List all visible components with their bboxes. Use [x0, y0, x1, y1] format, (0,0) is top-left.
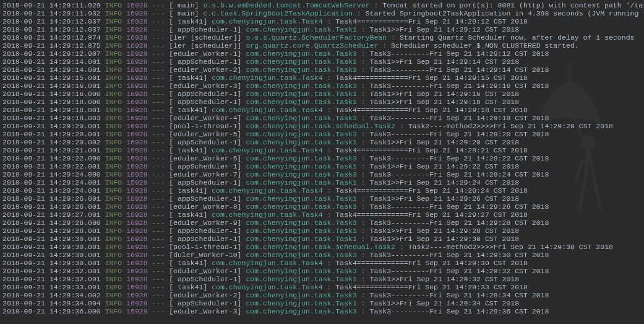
process-id: 16928: [126, 162, 148, 170]
separator: ---: [148, 259, 170, 267]
log-message: Task1>>Fri Sep 21 14:29:32 CST 2018: [370, 275, 520, 283]
logger-name: com.chenyingjun.task.Task1: [246, 58, 361, 66]
logger-name: com.chenyingjun.task.Task3: [246, 307, 361, 315]
colon-separator: :: [361, 251, 370, 259]
log-message: Task3---------Fri Sep 21 14:29:36 CST 20…: [370, 307, 549, 315]
separator: ---: [148, 17, 170, 25]
colon-separator: :: [391, 33, 400, 42]
logger-name: com.chenyingjun.task.Task4: [212, 106, 327, 114]
colon-separator: :: [327, 259, 336, 267]
timestamp: 2018-09-21 14:29:26.001: [2, 195, 101, 203]
log-level: INFO: [105, 146, 122, 154]
log-line: 2018-09-21 14:29:21.001 INFO 16928 --- […: [2, 146, 642, 154]
log-line: 2018-09-21 14:29:28.001 INFO 16928 --- […: [2, 227, 642, 235]
log-line: 2018-09-21 14:29:26.001 INFO 16928 --- […: [2, 195, 642, 203]
colon-separator: :: [361, 98, 370, 106]
timestamp: 2018-09-21 14:29:15.001: [2, 74, 101, 82]
thread-name: [ler [scheduler]]: [169, 33, 246, 42]
process-id: 16928: [126, 275, 148, 283]
process-id: 16928: [126, 211, 148, 219]
logger-name: com.chenyingjun.task.Task3: [246, 203, 361, 211]
separator: ---: [148, 42, 170, 50]
logger-name: com.chenyingjun.task.Task1: [246, 235, 361, 243]
logger-name: com.chenyingjun.task.Task3: [246, 50, 361, 58]
log-message: Task1>>Fri Sep 21 14:29:22 CST 2018: [370, 162, 520, 170]
separator: ---: [148, 299, 170, 307]
log-level: INFO: [105, 17, 122, 25]
log-message: Task3---------Fri Sep 21 14:29:24 CST 20…: [370, 170, 549, 178]
timestamp: 2018-09-21 14:29:12.874: [2, 33, 101, 42]
log-level: INFO: [105, 307, 122, 315]
timestamp: 2018-09-21 14:29:18.000: [2, 98, 101, 106]
timestamp: 2018-09-21 14:29:20.001: [2, 122, 101, 130]
thread-name: [eduler_Worker-6]: [169, 154, 246, 162]
log-message: Task3---------Fri Sep 21 14:29:26 CST 20…: [370, 203, 549, 211]
process-id: 16928: [126, 9, 148, 17]
log-level: INFO: [105, 219, 122, 227]
separator: ---: [148, 267, 170, 275]
log-message: Task1>>Fri Sep 21 14:29:16 CST 2018: [370, 90, 520, 98]
process-id: 16928: [126, 58, 148, 66]
colon-separator: :: [361, 170, 370, 178]
separator: ---: [148, 122, 170, 130]
log-level: INFO: [105, 106, 122, 114]
process-id: 16928: [126, 170, 148, 178]
separator: ---: [148, 9, 170, 17]
logger-name: com.chenyingjun.task.schedual.Task2: [246, 243, 399, 251]
log-message: Task1>>Fri Sep 21 14:29:26 CST 2018: [370, 195, 520, 203]
timestamp: 2018-09-21 14:29:11.929: [2, 1, 101, 9]
log-level: INFO: [105, 259, 122, 267]
log-message: Task2----method2>>>>Fri Sep 21 14:29:20 …: [408, 122, 613, 130]
thread-name: [ appScheduler-1]: [169, 275, 246, 283]
thread-name: [ appScheduler-1]: [169, 58, 246, 66]
colon-separator: :: [361, 267, 370, 275]
log-level: INFO: [105, 74, 122, 82]
logger-name: com.chenyingjun.task.Task3: [246, 154, 361, 162]
logger-name: com.chenyingjun.task.Task3: [246, 114, 361, 122]
colon-separator: :: [361, 25, 370, 33]
log-message: Scheduler scheduler_$_NON_CLUSTERED star…: [391, 42, 579, 50]
logger-name: org.quartz.core.QuartzScheduler: [246, 42, 382, 50]
logger-name: com.chenyingjun.task.schedual.Task2: [246, 122, 399, 130]
timestamp: 2018-09-21 14:29:30.001: [2, 243, 101, 251]
timestamp: 2018-09-21 14:29:22.000: [2, 154, 101, 162]
log-message: Task1>>Fri Sep 21 14:29:24 CST 2018: [370, 178, 520, 186]
log-line: 2018-09-21 14:29:24.001 INFO 16928 --- […: [2, 178, 642, 186]
log-level: INFO: [105, 195, 122, 203]
colon-separator: :: [361, 82, 370, 90]
thread-name: [eduler_Worker-1]: [169, 267, 246, 275]
log-line: 2018-09-21 14:29:15.001 INFO 16928 --- […: [2, 74, 642, 82]
log-line: 2018-09-21 14:29:18.001 INFO 16928 --- […: [2, 106, 642, 114]
thread-name: [ main]: [169, 1, 203, 9]
logger-name: o.s.b.w.embedded.tomcat.TomcatWebServer: [203, 1, 374, 9]
timestamp: 2018-09-21 14:29:36.000: [2, 307, 101, 315]
log-level: INFO: [105, 25, 122, 33]
log-message: Task4============Fri Sep 21 14:29:30 CST…: [335, 259, 528, 267]
timestamp: 2018-09-21 14:29:28.000: [2, 219, 101, 227]
log-level: INFO: [105, 9, 122, 17]
colon-separator: :: [400, 243, 408, 251]
process-id: 16928: [126, 219, 148, 227]
timestamp: 2018-09-21 14:29:32.001: [2, 275, 101, 283]
log-message: Task3---------Fri Sep 21 14:29:32 CST 20…: [370, 267, 549, 275]
colon-separator: :: [361, 291, 370, 299]
log-level: INFO: [105, 178, 122, 186]
separator: ---: [148, 195, 170, 203]
separator: ---: [148, 33, 170, 42]
colon-separator: :: [361, 195, 370, 203]
log-line: 2018-09-21 14:29:18.000 INFO 16928 --- […: [2, 98, 642, 106]
colon-separator: :: [361, 162, 370, 170]
thread-name: [ appScheduler-1]: [169, 25, 246, 33]
log-level: INFO: [105, 1, 122, 9]
thread-name: [ler [scheduler]]: [169, 42, 246, 50]
timestamp: 2018-09-21 14:29:18.001: [2, 106, 101, 114]
colon-separator: :: [327, 106, 336, 114]
logger-name: com.chenyingjun.task.Task3: [246, 170, 361, 178]
thread-name: [eduler_Worker-7]: [169, 170, 246, 178]
thread-name: [ appScheduler-1]: [169, 235, 246, 243]
log-message: Tomcat started on port(s): 8081 (http) w…: [382, 1, 644, 9]
log-level: INFO: [105, 299, 122, 307]
log-line: 2018-09-21 14:29:20.002 INFO 16928 --- […: [2, 138, 642, 146]
log-level: INFO: [105, 267, 122, 275]
log-line: 2018-09-21 14:29:12.037 INFO 16928 --- […: [2, 17, 642, 25]
